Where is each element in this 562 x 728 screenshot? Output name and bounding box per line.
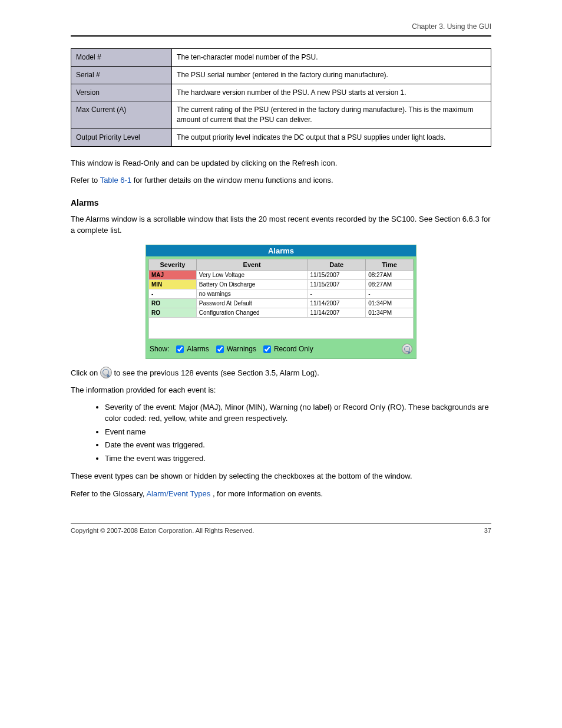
table-row[interactable]: RO Configuration Changed 11/14/2007 01:3…	[149, 308, 414, 317]
info-desc: The output priority level indicates the …	[172, 129, 491, 146]
table-row[interactable]: MIN Battery On Discharge 11/15/2007 08:2…	[149, 279, 414, 289]
list-item: Severity of the event: Major (MAJ), Mino…	[105, 402, 491, 424]
show-label: Show:	[150, 345, 169, 353]
text-span: Refer to the Glossary,	[71, 489, 146, 498]
table-row: Output Priority Level The output priorit…	[71, 129, 491, 146]
cell-severity: RO	[149, 298, 197, 308]
cell-date: 11/14/2007	[308, 298, 366, 308]
info-desc: The PSU serial number (entered in the fa…	[172, 66, 491, 84]
alarms-titlebar: Alarms	[146, 245, 416, 256]
col-date[interactable]: Date	[308, 259, 366, 270]
history-icon[interactable]	[100, 367, 112, 378]
history-icon[interactable]	[402, 344, 412, 354]
text-span: to see the previous 128 events (see Sect…	[114, 368, 319, 377]
cell-date: -	[308, 289, 366, 298]
cell-severity: RO	[149, 308, 197, 317]
col-event[interactable]: Event	[196, 259, 308, 270]
table-row[interactable]: - no warnings - -	[149, 289, 414, 298]
alarms-blank-area	[148, 318, 414, 339]
info-desc: The ten-character model number of the PS…	[172, 49, 491, 67]
table-row: Version The hardware version number of t…	[71, 84, 491, 101]
alarms-panel: Alarms Severity Event Date Time MAJ Very…	[146, 245, 416, 359]
body-paragraph: The information provided for each event …	[71, 384, 491, 396]
cell-time: 08:27AM	[366, 270, 414, 279]
psu-info-table: Model # The ten-character model number o…	[71, 48, 491, 147]
cell-time: 08:27AM	[366, 279, 414, 289]
cell-event: Password At Default	[196, 298, 308, 308]
col-time[interactable]: Time	[366, 259, 414, 270]
link-glossary-alarm-event-types[interactable]: Alarm/Event Types	[146, 489, 210, 498]
info-desc: The hardware version number of the PSU. …	[172, 84, 491, 101]
list-item: Event name	[105, 427, 491, 438]
footer-copyright: Copyright © 2007-2008 Eaton Corporation.…	[71, 527, 254, 534]
body-paragraph: The Alarms window is a scrollable window…	[71, 213, 491, 236]
col-severity[interactable]: Severity	[149, 259, 197, 270]
cell-event: no warnings	[196, 289, 308, 298]
alarms-table: Severity Event Date Time MAJ Very Low Vo…	[148, 259, 414, 318]
footer-page-number: 37	[484, 527, 491, 534]
heading-alarms: Alarms	[71, 198, 491, 207]
page-footer: Copyright © 2007-2008 Eaton Corporation.…	[71, 523, 491, 534]
cell-date: 11/15/2007	[308, 279, 366, 289]
cell-time: 01:34PM	[366, 308, 414, 317]
checkbox-input[interactable]	[216, 345, 224, 353]
table-row: Max Current (A) The current rating of th…	[71, 101, 491, 129]
info-field: Serial #	[71, 66, 172, 84]
checkbox-input[interactable]	[176, 345, 184, 353]
cell-event: Configuration Changed	[196, 308, 308, 317]
explain-bullets: Severity of the event: Major (MAJ), Mino…	[81, 402, 491, 465]
cell-severity: -	[149, 289, 197, 298]
cell-event: Very Low Voltage	[196, 270, 308, 279]
table-row[interactable]: RO Password At Default 11/14/2007 01:34P…	[149, 298, 414, 308]
cell-severity: MIN	[149, 279, 197, 289]
table-row: Serial # The PSU serial number (entered …	[71, 66, 491, 84]
text-span: , for more information on events.	[213, 489, 323, 498]
info-field: Max Current (A)	[71, 101, 172, 129]
text-span: Click on	[71, 368, 100, 377]
cell-time: 01:34PM	[366, 298, 414, 308]
checkbox-alarms[interactable]: Alarms	[174, 344, 209, 355]
checkbox-text: Alarms	[187, 345, 209, 353]
info-field: Model #	[71, 49, 172, 67]
text-span: Refer to	[71, 176, 100, 185]
header-chapter: Chapter 3. Using the GUI	[412, 22, 491, 31]
cell-date: 11/14/2007	[308, 308, 366, 317]
checkbox-input[interactable]	[263, 345, 271, 353]
checkbox-warnings[interactable]: Warnings	[214, 344, 256, 355]
checkbox-record-only[interactable]: Record Only	[261, 344, 313, 355]
info-field: Output Priority Level	[71, 129, 172, 146]
list-item: Time the event was triggered.	[105, 453, 491, 465]
checkbox-text: Warnings	[227, 345, 256, 353]
checkbox-text: Record Only	[274, 345, 313, 353]
cell-severity: MAJ	[149, 270, 197, 279]
body-paragraph: Refer to the Glossary, Alarm/Event Types…	[71, 488, 491, 500]
body-paragraph: Refer to Table 6-1 for further details o…	[71, 174, 491, 186]
body-paragraph: These event types can be shown or hidden…	[71, 470, 491, 482]
table-row[interactable]: MAJ Very Low Voltage 11/15/2007 08:27AM	[149, 270, 414, 279]
text-span: for further details on the window menu f…	[134, 176, 333, 185]
body-paragraph: Click on to see the previous 128 events …	[71, 367, 491, 379]
list-item: Date the event was triggered.	[105, 440, 491, 451]
link-table-6-1[interactable]: Table 6-1	[100, 176, 131, 185]
header-rule	[71, 35, 491, 37]
table-row: Model # The ten-character model number o…	[71, 49, 491, 67]
cell-time: -	[366, 289, 414, 298]
cell-event: Battery On Discharge	[196, 279, 308, 289]
body-paragraph: This window is Read-Only and can be upda…	[71, 157, 491, 169]
info-desc: The current rating of the PSU (entered i…	[172, 101, 491, 129]
info-field: Version	[71, 84, 172, 101]
cell-date: 11/15/2007	[308, 270, 366, 279]
alarms-footer: Show: Alarms Warnings Record Only	[146, 341, 416, 355]
